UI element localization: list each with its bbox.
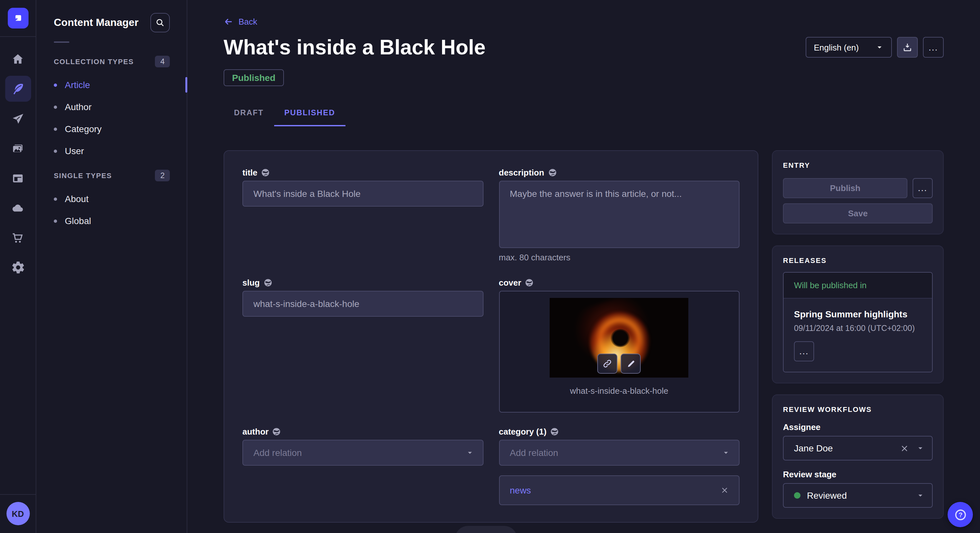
sidebar-item-author[interactable]: Author — [54, 96, 170, 118]
field-author: author Add relation — [242, 427, 483, 505]
save-button[interactable]: Save — [783, 203, 933, 224]
strapi-logo[interactable] — [8, 8, 28, 29]
media-library-icon[interactable] — [5, 135, 31, 161]
svg-text:?: ? — [958, 511, 962, 518]
relation-link-news[interactable]: news — [510, 485, 531, 495]
release-card: Will be published in Spring Summer highl… — [783, 272, 933, 373]
main-content: Back What's inside a Black Hole English … — [187, 0, 980, 533]
layout-icon[interactable] — [5, 165, 31, 191]
rail-nav-items — [5, 46, 31, 281]
export-button[interactable] — [897, 37, 918, 58]
paper-plane-icon[interactable] — [5, 106, 31, 132]
gear-glyph — [11, 260, 25, 274]
home-glyph — [11, 52, 25, 66]
sidebar-item-about[interactable]: About — [54, 188, 170, 210]
author-relation-combobox[interactable]: Add relation — [242, 440, 483, 466]
releases-panel: RELEASES Will be published in Spring Sum… — [772, 246, 944, 383]
x-icon — [721, 486, 729, 494]
help-button[interactable]: ? — [948, 502, 973, 527]
nav-rail: KD — [0, 0, 36, 533]
collection-types-header: COLLECTION TYPES 4 — [54, 56, 170, 67]
bullet-icon — [54, 219, 57, 222]
status-badge: Published — [224, 69, 284, 86]
single-types-label: SINGLE TYPES — [54, 171, 112, 179]
meta-sidebar: ENTRY Publish ... Save RELEASES Will be … — [772, 150, 944, 519]
field-slug: slug — [242, 278, 483, 412]
copy-link-button[interactable] — [598, 354, 618, 374]
category-relation-combobox[interactable]: Add relation — [499, 440, 740, 466]
title-input[interactable] — [242, 181, 483, 206]
release-status: Will be published in — [784, 273, 932, 298]
field-description: description Maybe the answer is in this … — [499, 168, 740, 262]
user-avatar[interactable]: KD — [6, 502, 30, 525]
search-button[interactable] — [150, 13, 170, 32]
entry-panel-title: ENTRY — [783, 161, 933, 169]
review-stage-combobox[interactable]: Reviewed — [783, 483, 933, 508]
cart-icon[interactable] — [5, 225, 31, 251]
release-more-button[interactable]: ... — [794, 341, 814, 362]
collapsed-bottom-panel[interactable] — [455, 526, 517, 533]
back-link[interactable]: Back — [224, 17, 257, 27]
globe-icon — [525, 279, 533, 287]
link-icon — [603, 359, 612, 368]
home-icon[interactable] — [5, 46, 31, 72]
clear-assignee-button[interactable] — [900, 444, 909, 452]
review-workflows-title: REVIEW WORKFLOWS — [783, 405, 933, 413]
assignee-combobox[interactable]: Jane Doe — [783, 436, 933, 460]
entry-more-button[interactable]: ... — [913, 178, 933, 198]
locale-select[interactable]: English (en) — [805, 37, 892, 58]
slug-input[interactable] — [242, 291, 483, 317]
single-types-count: 2 — [155, 170, 170, 181]
edit-media-button[interactable] — [621, 354, 641, 374]
feather-glyph — [11, 82, 25, 96]
arrow-left-icon — [224, 17, 233, 27]
x-icon — [900, 444, 909, 452]
sidebar-item-category[interactable]: Category — [54, 118, 170, 140]
tab-draft[interactable]: DRAFT — [224, 102, 274, 126]
strapi-logo-icon — [11, 11, 25, 25]
cloud-icon[interactable] — [5, 195, 31, 221]
remove-relation-button[interactable] — [721, 486, 729, 494]
release-name: Spring Summer highlights — [794, 309, 922, 319]
content-manager-sidebar: Content Manager COLLECTION TYPES 4 Artic… — [36, 0, 187, 533]
header-more-button[interactable]: ... — [923, 37, 944, 58]
gear-icon[interactable] — [5, 254, 31, 281]
search-icon — [155, 17, 165, 28]
cover-actions — [598, 354, 641, 374]
chevron-down-icon — [466, 449, 474, 457]
sidebar-item-global[interactable]: Global — [54, 210, 170, 232]
release-date: 09/11/2024 at 16:00 (UTC+02:00) — [794, 324, 922, 333]
chevron-down-icon — [876, 43, 883, 51]
publish-button[interactable]: Publish — [783, 178, 907, 198]
download-icon — [902, 42, 913, 52]
cart-glyph — [11, 231, 25, 244]
chevron-down-icon — [916, 492, 924, 499]
field-title: title — [242, 168, 483, 262]
entry-panel: ENTRY Publish ... Save — [772, 150, 944, 235]
app-window: KD Content Manager COLLECTION TYPES 4 Ar… — [0, 0, 980, 533]
media-glyph — [11, 141, 25, 155]
page-title: What's inside a Black Hole — [224, 34, 485, 60]
bullet-icon — [54, 197, 57, 200]
description-textarea[interactable]: Maybe the answer is in this article, or … — [499, 181, 740, 248]
paper-plane-glyph — [11, 112, 25, 125]
sidebar-item-user[interactable]: User — [54, 140, 170, 162]
stage-status-dot — [794, 492, 800, 499]
relation-item-news: news — [499, 475, 740, 505]
collection-types-label: COLLECTION TYPES — [54, 58, 134, 65]
field-cover: cover — [499, 278, 740, 412]
description-hint: max. 80 characters — [499, 252, 740, 262]
entry-form-card: title description Maybe the answer is in… — [224, 150, 758, 523]
tab-published[interactable]: PUBLISHED — [274, 102, 345, 126]
cover-image-black-hole — [550, 298, 689, 378]
rail-bottom: KD — [0, 494, 36, 533]
pencil-icon — [627, 359, 635, 368]
globe-icon — [548, 168, 557, 177]
chevron-down-icon — [722, 449, 730, 457]
single-types-header: SINGLE TYPES 2 — [54, 170, 170, 181]
review-stage-label: Review stage — [783, 470, 933, 479]
sidebar-item-article[interactable]: Article — [54, 74, 170, 96]
cloud-glyph — [11, 201, 25, 215]
single-types-list: About Global — [54, 188, 170, 232]
content-manager-feather-icon[interactable] — [5, 76, 31, 102]
